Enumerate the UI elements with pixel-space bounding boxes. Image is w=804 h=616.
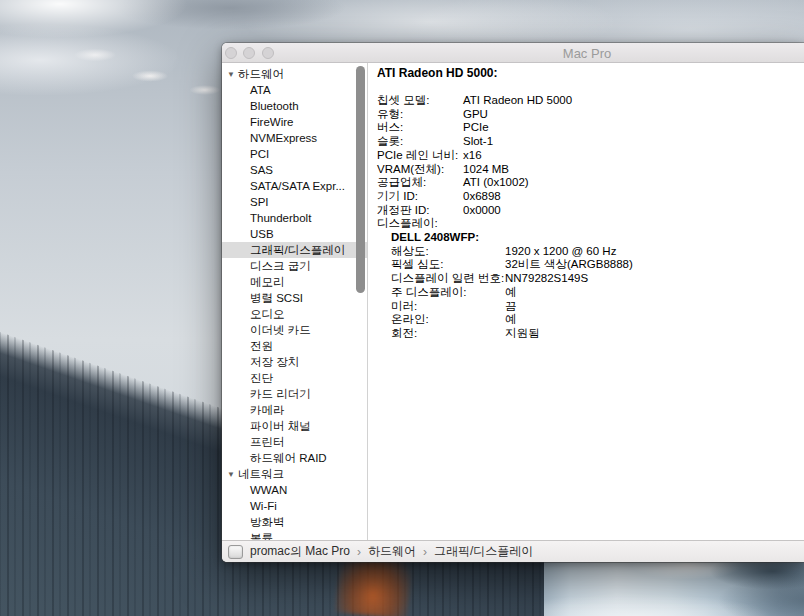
sidebar-item-spi[interactable]: SPI — [222, 194, 367, 210]
field-row: 픽셀 심도:32비트 색상(ARGB8888) — [391, 258, 804, 272]
field-label: 해상도: — [391, 245, 505, 259]
field-label: 슬롯: — [377, 135, 463, 149]
sidebar-item-card-reader[interactable]: 카드 리더기 — [222, 386, 367, 402]
minimize-button[interactable] — [243, 47, 255, 59]
sidebar-item-nvmexpress[interactable]: NVMExpress — [222, 130, 367, 146]
field-value: 0x6898 — [463, 190, 501, 204]
sidebar-item-thunderbolt[interactable]: Thunderbolt — [222, 210, 367, 226]
field-row: 회전:지원됨 — [391, 327, 804, 341]
field-value: GPU — [463, 108, 488, 122]
sidebar-group-network[interactable]: ▼네트워크 — [222, 466, 367, 482]
field-row: 공급업체:ATI (0x1002) — [377, 176, 804, 190]
field-label: 버스: — [377, 121, 463, 135]
field-value: Slot-1 — [463, 135, 493, 149]
field-label: 개정판 ID: — [377, 204, 463, 218]
sidebar-item-hardware-raid[interactable]: 하드웨어 RAID — [222, 450, 367, 466]
field-value: 지원됨 — [505, 327, 540, 341]
field-row: 해상도:1920 x 1200 @ 60 Hz — [391, 245, 804, 259]
sidebar-item-bluetooth[interactable]: Bluetooth — [222, 98, 367, 114]
sidebar-item-audio[interactable]: 오디오 — [222, 306, 367, 322]
sidebar-item-camera[interactable]: 카메라 — [222, 402, 367, 418]
gpu-section-title: ATI Radeon HD 5000: — [377, 66, 804, 80]
sidebar-item-fibre-channel[interactable]: 파이버 채널 — [222, 418, 367, 434]
desktop: Mac Pro ▼하드웨어 ATA Bluetooth FireWire NVM… — [0, 0, 804, 616]
sidebar-item-printers[interactable]: 프린터 — [222, 434, 367, 450]
disclosure-triangle-icon[interactable]: ▼ — [227, 467, 238, 483]
field-label: 유형: — [377, 108, 463, 122]
sidebar-item-parallel-scsi[interactable]: 병렬 SCSI — [222, 290, 367, 306]
field-label: 온라인: — [391, 313, 505, 327]
field-label: 칩셋 모델: — [377, 94, 463, 108]
field-value: ATI Radeon HD 5000 — [463, 94, 572, 108]
field-label: PCIe 레인 너비: — [377, 149, 463, 163]
window-body: ▼하드웨어 ATA Bluetooth FireWire NVMExpress … — [222, 63, 804, 540]
field-value: 32비트 색상(ARGB8888) — [505, 258, 633, 272]
sidebar-item-diagnostics[interactable]: 진단 — [222, 370, 367, 386]
display-subsection: DELL 2408WFP: 해상도:1920 x 1200 @ 60 Hz 픽셀… — [377, 231, 804, 341]
field-row: 칩셋 모델:ATI Radeon HD 5000 — [377, 94, 804, 108]
sidebar-item-sata[interactable]: SATA/SATA Expr... — [222, 178, 367, 194]
sidebar-item-power[interactable]: 전원 — [222, 338, 367, 354]
sidebar-group-label: 하드웨어 — [238, 68, 284, 80]
field-label: 주 디스플레이: — [391, 286, 505, 300]
close-button[interactable] — [225, 47, 237, 59]
chevron-right-icon: › — [357, 545, 361, 559]
field-label: 기기 ID: — [377, 190, 463, 204]
field-value: 0x0000 — [463, 204, 501, 218]
sidebar-item-ata[interactable]: ATA — [222, 82, 367, 98]
sidebar-item-sas[interactable]: SAS — [222, 162, 367, 178]
field-value: 예 — [505, 313, 517, 327]
disclosure-triangle-icon[interactable]: ▼ — [227, 67, 238, 83]
chevron-right-icon: › — [423, 545, 427, 559]
sidebar-item-firewall[interactable]: 방화벽 — [222, 514, 367, 530]
field-label: 회전: — [391, 327, 505, 341]
sidebar-item-firewire[interactable]: FireWire — [222, 114, 367, 130]
status-path-bar: promac의 Mac Pro › 하드웨어 › 그래픽/디스플레이 — [222, 540, 804, 562]
sidebar-item-storage[interactable]: 저장 장치 — [222, 354, 367, 370]
field-row: 온라인:예 — [391, 313, 804, 327]
sidebar-item-memory[interactable]: 메모리 — [222, 274, 367, 290]
display-name: DELL 2408WFP: — [391, 231, 804, 245]
field-label: 픽셀 심도: — [391, 258, 505, 272]
detail-pane: ATI Radeon HD 5000: 칩셋 모델:ATI Radeon HD … — [368, 63, 804, 540]
zoom-button[interactable] — [262, 47, 274, 59]
field-value: 1920 x 1200 @ 60 Hz — [505, 245, 616, 259]
field-row: 유형:GPU — [377, 108, 804, 122]
field-label: 미러: — [391, 300, 505, 314]
sidebar-item-wwan[interactable]: WWAN — [222, 482, 367, 498]
sidebar-list: ▼하드웨어 ATA Bluetooth FireWire NVMExpress … — [222, 66, 367, 540]
field-row: 기기 ID:0x6898 — [377, 190, 804, 204]
sidebar-group-label: 네트워크 — [238, 468, 284, 480]
sidebar-item-wifi[interactable]: Wi-Fi — [222, 498, 367, 514]
sidebar-item-disc-burning[interactable]: 디스크 굽기 — [222, 258, 367, 274]
breadcrumb-graphics-displays: 그래픽/디스플레이 — [434, 543, 533, 560]
field-value: 예 — [505, 286, 517, 300]
field-row: VRAM(전체):1024 MB — [377, 163, 804, 177]
field-value: 끔 — [505, 300, 517, 314]
field-row: PCIe 레인 너비:x16 — [377, 149, 804, 163]
field-row: 버스:PCIe — [377, 121, 804, 135]
system-information-window: Mac Pro ▼하드웨어 ATA Bluetooth FireWire NVM… — [222, 43, 804, 562]
field-label: VRAM(전체): — [377, 163, 463, 177]
sidebar-item-volumes[interactable]: 볼륨 — [222, 530, 367, 540]
sidebar-item-ethernet-cards[interactable]: 이더넷 카드 — [222, 322, 367, 338]
titlebar[interactable]: Mac Pro — [222, 43, 804, 63]
window-title: Mac Pro — [563, 45, 611, 60]
field-row: 디스플레이: — [377, 217, 804, 231]
breadcrumb-root: promac의 Mac Pro — [250, 543, 350, 560]
sidebar-item-graphics-displays[interactable]: 그래픽/디스플레이 — [222, 242, 367, 258]
sidebar-item-pci[interactable]: PCI — [222, 146, 367, 162]
sidebar-item-usb[interactable]: USB — [222, 226, 367, 242]
field-label: 디스플레이 일련 번호: — [391, 272, 505, 286]
field-row: 슬롯:Slot-1 — [377, 135, 804, 149]
field-value: PCIe — [463, 121, 489, 135]
field-value: x16 — [463, 149, 482, 163]
field-row: 개정판 ID:0x0000 — [377, 204, 804, 218]
computer-icon — [228, 545, 243, 559]
sidebar-scrollbar-thumb[interactable] — [356, 66, 365, 293]
field-value: ATI (0x1002) — [463, 176, 529, 190]
field-row: 미러:끔 — [391, 300, 804, 314]
field-value: NN79282S149S — [505, 272, 588, 286]
field-row: 주 디스플레이:예 — [391, 286, 804, 300]
sidebar-group-hardware[interactable]: ▼하드웨어 — [222, 66, 367, 82]
